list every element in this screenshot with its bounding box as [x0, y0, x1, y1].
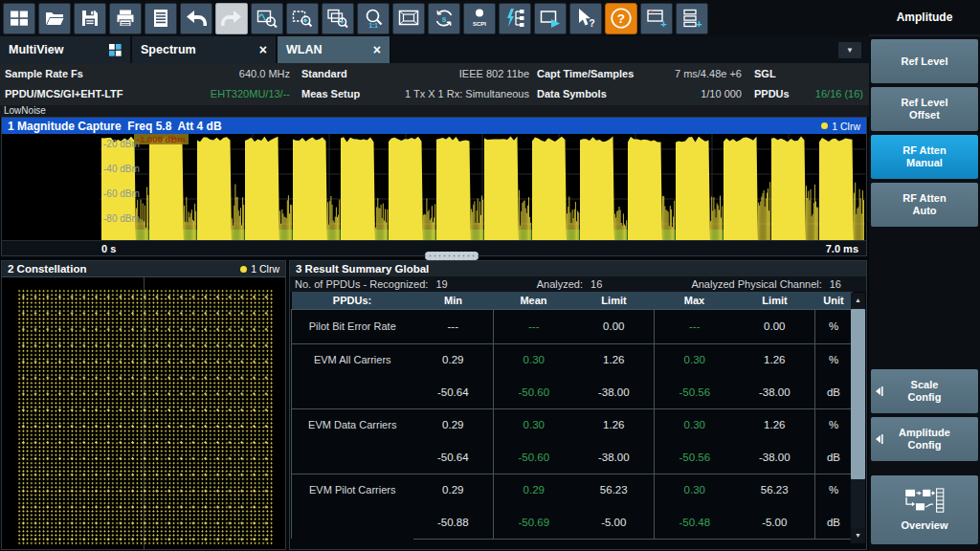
constellation-points [17, 289, 274, 545]
softkey-rf-atten-auto[interactable]: RF AttenAuto [871, 183, 978, 227]
save-icon [78, 7, 101, 30]
softkey-label: Ref LevelOffset [902, 97, 948, 121]
result-cell: dB [815, 376, 853, 408]
add-window-icon: x+ [645, 7, 668, 30]
close-icon[interactable]: × [259, 43, 267, 56]
softkey-amplitude-config[interactable]: AmplitudeConfig [871, 417, 978, 461]
column-header: Limit [574, 292, 655, 309]
add-window-button[interactable]: x+ [640, 3, 673, 34]
result-summary-titlebar[interactable]: 3 Result Summary Global [290, 261, 866, 276]
setting-ppdu-mcs-gi-eht-ltf[interactable]: PPDU/MCS/GI+EHT-LTFEHT320MU/13/-- [5, 84, 290, 103]
svg-text:?: ? [617, 11, 625, 26]
display-button[interactable] [392, 3, 425, 34]
result-cell: % [815, 343, 853, 376]
windows-logo-button[interactable] [3, 3, 35, 34]
scroll-up-button[interactable]: ▲ [851, 293, 865, 308]
setting-sgl[interactable]: SGL [754, 64, 863, 83]
scpi-button[interactable]: SCPI [463, 3, 496, 34]
zoom-multiple-button[interactable] [322, 3, 354, 34]
result-cell: --- [413, 309, 494, 343]
help-button[interactable]: ? [605, 3, 637, 34]
channel-info-row: Sample Rate Fs640.0 MHzStandardIEEE 802 … [0, 64, 869, 83]
result-cell: -50.60 [494, 376, 574, 408]
zoom-1to1-button[interactable]: 1:1 [357, 3, 390, 34]
setting-data-symbols[interactable]: Data Symbols1/10 000 [537, 84, 742, 103]
column-header: Unit [815, 292, 853, 309]
softkey-sidebar: Amplitude Ref LevelRef LevelOffsetRF Att… [869, 0, 980, 551]
softkey-label: Overview [902, 519, 948, 532]
setting-meas-setup[interactable]: Meas Setup1 Tx X 1 Rx: Simultaneous [301, 84, 529, 103]
setting-ppdus[interactable]: PPDUs16/16 (16) [754, 84, 863, 103]
result-cell: 56.23 [574, 474, 655, 506]
context-help-button[interactable]: ? [569, 3, 602, 34]
table-row: EVM All Carriers0.290.301.260.301.26% [292, 343, 853, 376]
sequencer-icon [503, 7, 526, 30]
windows-logo-icon [8, 7, 31, 30]
zoom-area-button[interactable] [286, 3, 319, 34]
restart-sweep-icon: s [433, 7, 456, 30]
column-header: Min [413, 292, 494, 309]
macro-button[interactable] [534, 3, 567, 34]
tab-spectrum[interactable]: Spectrum× [132, 36, 278, 63]
display-icon [397, 7, 420, 30]
window-splitter-handle[interactable] [425, 252, 479, 260]
collapse-arrow-icon [875, 386, 883, 397]
result-cell: dB [815, 441, 853, 474]
softkey-ref-level-offset[interactable]: Ref LevelOffset [871, 87, 978, 131]
setting-standard[interactable]: StandardIEEE 802 11be [301, 64, 529, 83]
ppdus-recognized: No. of PPDUs - Recognized:19 [295, 278, 448, 290]
help-icon: ? [609, 6, 634, 31]
tab-wlan[interactable]: WLAN× [278, 36, 391, 63]
result-cell: 0.30 [655, 474, 735, 506]
redo-icon [220, 7, 243, 30]
magnitude-window-title: 1 Magnitude Capture Freq 5.8 Att 4 dB [8, 120, 222, 133]
tab-list-dropdown[interactable]: ▼ [838, 42, 861, 58]
zoom-trace-button[interactable] [251, 3, 283, 34]
result-summary-table: PPDUs:MinMeanLimitMaxLimitUnitPilot Bit … [291, 292, 853, 540]
toolbar: 1:1sSCPI??x++ [0, 0, 869, 36]
setting-capt-time-samples[interactable]: Capt Time/Samples7 ms/4.48e +6 [537, 64, 742, 83]
split-window-button[interactable]: + [676, 3, 708, 34]
result-cell: 1.26 [735, 343, 815, 376]
close-icon[interactable]: × [373, 43, 381, 56]
row-label: EVM Pilot Carriers [292, 474, 413, 539]
softkey-scale-config[interactable]: ScaleConfig [871, 369, 978, 413]
magnitude-capture-plot: -1.000 dBm -20 dBm-40 dBm-60 dBm-80 dBm [100, 134, 865, 241]
softkey-rf-atten-manual[interactable]: RF AttenManual [871, 135, 978, 179]
scroll-down-button[interactable]: ▼ [851, 528, 865, 543]
report-button[interactable] [145, 3, 177, 34]
open-button[interactable] [38, 3, 71, 34]
setting-sample-rate-fs[interactable]: Sample Rate Fs640.0 MHz [5, 64, 290, 83]
magnitude-window-titlebar[interactable]: 1 Magnitude Capture Freq 5.8 Att 4 dB 1 … [2, 118, 866, 134]
sequencer-button[interactable] [499, 3, 531, 34]
collapse-arrow-icon [875, 433, 883, 445]
magnitude-capture-window: 1 Magnitude Capture Freq 5.8 Att 4 dB 1 … [1, 117, 867, 256]
instrument-screen: 1:1sSCPI??x++ MultiViewSpectrum×WLAN× ▼ … [0, 0, 980, 551]
scroll-up-icon: ▲ [855, 297, 861, 303]
column-header: Max [655, 292, 735, 309]
save-button[interactable] [74, 3, 106, 34]
result-cell: -38.00 [574, 376, 655, 408]
softkey-overview[interactable]: Overview [871, 475, 978, 544]
softkey-ref-level[interactable]: Ref Level [871, 39, 978, 83]
result-cell: -5.00 [735, 506, 815, 539]
result-cell: 0.30 [655, 408, 735, 441]
undo-button[interactable] [180, 3, 212, 34]
result-cell: -50.56 [655, 376, 735, 408]
tab-multiview[interactable]: MultiView [0, 36, 132, 63]
result-cell: -38.00 [735, 441, 815, 474]
print-button[interactable] [109, 3, 142, 34]
result-cell: -50.64 [413, 376, 494, 408]
restart-sweep-button[interactable]: s [428, 3, 460, 34]
svg-text:+: + [660, 18, 666, 30]
channel-info-row: PPDU/MCS/GI+EHT-LTFEHT320MU/13/--Meas Se… [0, 84, 869, 103]
y-axis-tick: -80 dBm [103, 213, 140, 224]
result-cell: -50.48 [655, 506, 735, 539]
result-cell: 0.00 [735, 309, 815, 343]
svg-text:?: ? [589, 18, 594, 29]
undo-icon [185, 7, 208, 30]
constellation-window-titlebar[interactable]: 2 Constellation 1 Clrw [2, 261, 285, 277]
result-cell: 1.26 [735, 408, 815, 441]
result-table: PPDUs:MinMeanLimitMaxLimitUnitPilot Bit … [291, 292, 853, 540]
scrollbar-thumb[interactable] [851, 309, 865, 479]
